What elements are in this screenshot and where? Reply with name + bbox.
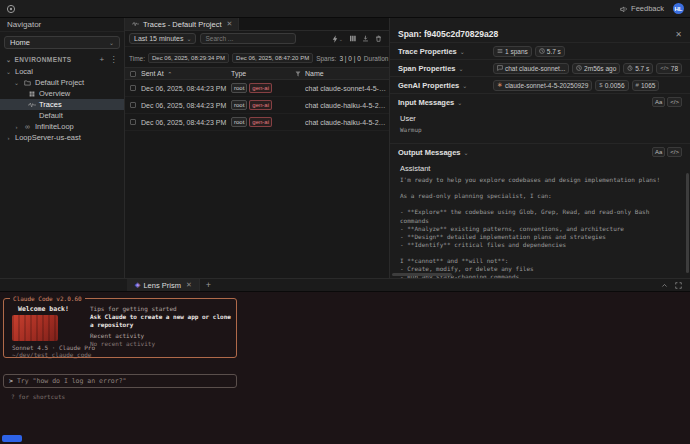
filter-bar: Time: Dec 06, 2025, 08:29:34 PM Dec 06, … <box>125 52 389 64</box>
section-label: Input Messages <box>398 98 454 107</box>
search-input[interactable] <box>200 33 296 44</box>
cell-sent-at: Dec 06, 2025, 08:44:23 PM <box>141 85 231 92</box>
input-messages-toggle[interactable]: Input Messages ⌄ <box>398 98 493 107</box>
span-properties-row: Span Properties ⌄ chat claude-sonnet... … <box>390 59 690 76</box>
trace-properties-badges: 1 spans 5.7 s <box>493 46 565 57</box>
row-checkbox[interactable] <box>125 119 141 125</box>
horizontal-scrollbar[interactable] <box>392 273 452 276</box>
delete-button[interactable] <box>375 35 382 42</box>
prism-icon: ◈ <box>135 281 140 289</box>
section-label: GenAI Properties <box>398 81 459 90</box>
span-panel-title: Span: f9405c2d70829a28 <box>398 29 498 39</box>
vertical-scrollbar[interactable] <box>686 173 689 273</box>
section-label: Trace Properties <box>398 47 457 56</box>
tab-label: Lens Prism <box>143 281 181 290</box>
tab-lens-prism[interactable]: ◈ Lens Prism ✕ <box>128 279 200 291</box>
input-messages-body: User Warmup <box>390 110 690 143</box>
cell-type: root gen-ai <box>231 117 305 127</box>
live-mode-button[interactable]: ⌄ <box>332 35 343 43</box>
clock-icon <box>576 65 582 71</box>
badge-value: 78 <box>671 65 678 72</box>
columns-button[interactable] <box>349 35 356 42</box>
tab-traces-default-project[interactable]: Traces - Default Project ✕ <box>125 18 239 30</box>
column-header-name[interactable]: Name <box>305 70 389 77</box>
time-range-select[interactable]: Last 15 minutes ⌄ <box>129 33 196 44</box>
row-checkbox[interactable] <box>125 85 141 91</box>
navigator-title: Navigator <box>7 20 41 29</box>
terminal-tab-bar: ◈ Lens Prism ✕ + <box>0 278 690 292</box>
model-plan-line: Sonnet 4.5 · Claude Pro <box>12 344 95 351</box>
tab-strip: Traces - Default Project ✕ <box>125 18 389 31</box>
genai-properties-toggle[interactable]: GenAI Properties ⌄ <box>398 81 493 90</box>
download-button[interactable] <box>362 35 369 42</box>
format-code-button[interactable]: </> <box>667 97 682 107</box>
duration-badge: 5.7 s <box>535 46 565 57</box>
column-header-sent-at[interactable]: Sent At ⌃ <box>141 70 231 77</box>
app-logo-icon[interactable] <box>6 4 16 14</box>
terminal-panel[interactable]: Claude Code v2.0.60 Welcome back! Sonnet… <box>0 292 690 444</box>
checkbox-icon <box>130 71 136 77</box>
chevron-down-icon: ⌄ <box>464 149 469 156</box>
sidebar-item-default-project[interactable]: ⌄ Default Project <box>0 77 124 88</box>
environments-section-header[interactable]: ⌄ ENVIRONMENTS + ⋮ <box>0 52 124 66</box>
model-icon: ∗ <box>497 81 503 89</box>
table-row[interactable]: Dec 06, 2025, 08:44:23 PM root gen-ai ch… <box>125 80 389 97</box>
loop-icon: ∞ <box>23 123 32 130</box>
filter-icon[interactable] <box>295 71 301 77</box>
checkbox-icon <box>130 85 136 91</box>
new-terminal-tab-button[interactable]: + <box>200 279 217 291</box>
chevron-right-icon: › <box>5 135 12 141</box>
close-icon[interactable]: ✕ <box>675 30 682 39</box>
sidebar-item-traces[interactable]: Traces <box>0 99 124 110</box>
row-checkbox[interactable] <box>125 102 141 108</box>
recent-activity-heading: Recent activity <box>90 332 144 339</box>
panel-expand-button[interactable] <box>661 282 668 289</box>
format-text-button[interactable]: Aa <box>652 147 665 157</box>
sidebar-item-infiniteloop[interactable]: › ∞ InfiniteLoop <box>0 121 124 132</box>
format-text-button[interactable]: Aa <box>652 97 665 107</box>
environments-menu-button[interactable]: ⋮ <box>110 55 118 64</box>
scope-select[interactable]: Home ⌄ <box>4 36 120 49</box>
stopwatch-icon <box>627 65 633 71</box>
table-row[interactable]: Dec 06, 2025, 08:44:23 PM root gen-ai ch… <box>125 114 389 131</box>
cell-sent-at: Dec 06, 2025, 08:44:23 PM <box>141 102 231 109</box>
folder-icon <box>23 80 32 86</box>
close-icon[interactable]: ✕ <box>186 281 192 289</box>
time-from-field[interactable]: Dec 06, 2025, 08:29:34 PM <box>148 53 229 63</box>
time-filter-label: Time: <box>129 55 145 62</box>
sidebar-item-local[interactable]: ⌄ Local <box>0 66 124 77</box>
panel-fullscreen-button[interactable] <box>675 282 682 289</box>
feedback-button[interactable]: Feedback <box>620 4 664 13</box>
input-messages-row: Input Messages ⌄ Aa </> <box>390 93 690 110</box>
output-messages-controls: Aa </> <box>652 147 682 157</box>
sidebar-item-loopserver-us-east[interactable]: › LoopServer-us-east <box>0 132 124 143</box>
select-all-checkbox[interactable] <box>125 71 141 77</box>
column-header-type[interactable]: Type <box>231 70 305 77</box>
welcome-greeting: Welcome back! <box>18 305 69 313</box>
download-icon <box>362 35 369 42</box>
time-to-field[interactable]: Dec 06, 2025, 08:47:20 PM <box>232 53 313 63</box>
navigator-sidebar: Navigator Home ⌄ ⌄ ENVIRONMENTS + ⋮ ⌄ Lo… <box>0 18 125 278</box>
close-icon[interactable]: ✕ <box>227 20 233 28</box>
sidebar-item-default[interactable]: Default <box>0 110 124 121</box>
spans-count-badge: 1 spans <box>493 46 532 57</box>
format-code-button[interactable]: </> <box>667 147 682 157</box>
cell-name: chat claude-haiku-4-5-20251001 <box>305 119 389 126</box>
output-messages-toggle[interactable]: Output Messages ⌄ <box>398 148 493 157</box>
avatar[interactable]: HL <box>673 3 684 14</box>
chevron-down-icon: ⌄ <box>457 99 462 106</box>
tag-root: root <box>231 100 247 110</box>
message-role: User <box>400 114 680 123</box>
sidebar-item-overview[interactable]: Overview <box>0 88 124 99</box>
span-size-badge: </> 78 <box>656 63 682 74</box>
span-properties-toggle[interactable]: Span Properties ⌄ <box>398 64 493 73</box>
recent-activity-empty: No recent activity <box>90 340 155 347</box>
claude-prompt-input[interactable]: > Try "how do I log an error?" <box>3 374 237 388</box>
trace-properties-toggle[interactable]: Trace Properties ⌄ <box>398 47 493 56</box>
claude-code-logo <box>12 315 58 341</box>
table-row[interactable]: Dec 06, 2025, 08:44:23 PM root gen-ai ch… <box>125 97 389 114</box>
traces-toolbar: Last 15 minutes ⌄ ⌄ <box>125 31 389 47</box>
tag-gen-ai: gen-ai <box>249 117 272 127</box>
badge-value: 1065 <box>641 82 655 89</box>
add-environment-button[interactable]: + <box>100 55 105 64</box>
